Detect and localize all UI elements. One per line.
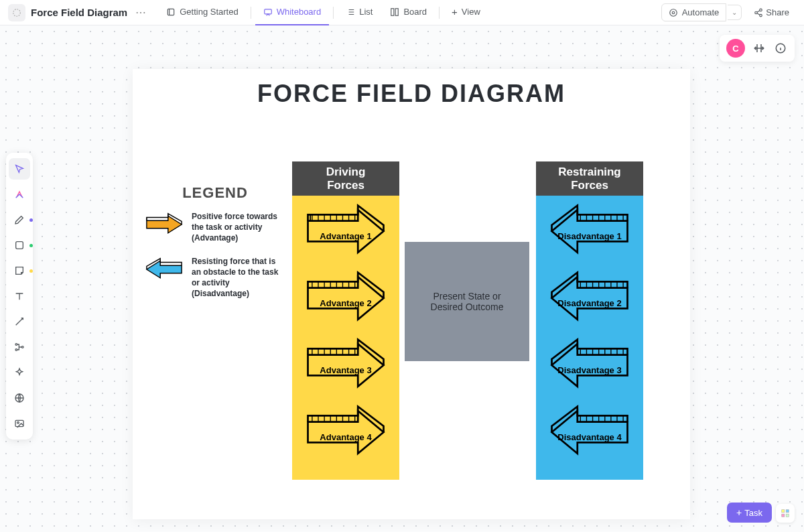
svg-rect-84 xyxy=(782,514,785,517)
canvas[interactable]: C FORCE FIELD DIAGRAM LEGEND Positive fo… xyxy=(0,25,804,532)
svg-point-5 xyxy=(672,11,675,14)
topbar: Force Field Diagram ⋯ Getting Started Wh… xyxy=(0,0,804,25)
svg-point-13 xyxy=(15,349,17,351)
svg-rect-2 xyxy=(264,9,271,13)
tab-label: Getting Started xyxy=(180,7,238,17)
divider xyxy=(333,7,334,19)
tab-whiteboard[interactable]: Whiteboard xyxy=(255,0,329,25)
center-state-box[interactable]: Present State or Desired Outcome xyxy=(405,242,529,361)
svg-point-9 xyxy=(760,14,762,17)
advantage-arrow[interactable]: Advantage 2 xyxy=(302,271,390,326)
share-button[interactable]: Share xyxy=(747,4,796,21)
image-tool[interactable] xyxy=(9,413,30,434)
disadvantage-arrow[interactable]: Disadvantage 4 xyxy=(545,405,634,460)
svg-point-8 xyxy=(755,11,758,14)
legend: LEGEND Positive force towards the task o… xyxy=(145,184,285,311)
arrow-label: Disadvantage 2 xyxy=(557,298,621,308)
disadvantage-arrow[interactable]: Disadvantage 3 xyxy=(545,338,634,393)
diagram-columns: Driving Forces Advantage 1 Advantage 2 A… xyxy=(292,161,643,480)
info-icon[interactable] xyxy=(773,41,788,56)
svg-point-14 xyxy=(21,346,23,348)
fit-width-icon[interactable] xyxy=(752,41,766,56)
tab-label: Whiteboard xyxy=(277,7,321,17)
automate-dropdown[interactable]: ⌄ xyxy=(728,5,742,20)
tab-list[interactable]: List xyxy=(338,0,381,25)
tab-getting-started[interactable]: Getting Started xyxy=(158,0,246,25)
tool-palette xyxy=(6,153,33,440)
legend-negative-text: Resisting force that is an obstacle to t… xyxy=(192,256,285,300)
automate-button[interactable]: Automate xyxy=(661,3,727,21)
arrow-label: Advantage 2 xyxy=(320,298,371,308)
canvas-controls: C xyxy=(720,35,795,62)
diagram-board[interactable]: FORCE FIELD DIAGRAM LEGEND Positive forc… xyxy=(133,69,690,519)
center-column: Present State or Desired Outcome xyxy=(405,161,531,480)
restraining-header: Restraining Forces xyxy=(536,161,643,196)
arrow-left-icon xyxy=(145,256,184,283)
advantage-arrow[interactable]: Advantage 3 xyxy=(302,338,390,393)
divider xyxy=(251,7,251,19)
svg-rect-1 xyxy=(168,9,174,15)
tab-add-view[interactable]: + View xyxy=(444,0,488,25)
arrow-label: Advantage 4 xyxy=(320,432,371,442)
mindmap-tool[interactable] xyxy=(9,336,30,358)
driving-header: Driving Forces xyxy=(292,161,399,196)
nav-tabs: Getting Started Whiteboard List Board + … xyxy=(158,0,488,25)
driving-body: Advantage 1 Advantage 2 Advantage 3 Adva… xyxy=(292,196,399,480)
disadvantage-arrow[interactable]: Disadvantage 2 xyxy=(545,271,634,326)
pen-tool[interactable] xyxy=(9,209,30,230)
svg-point-17 xyxy=(17,421,19,423)
restraining-column: Restraining Forces Disadvantage 1 Disadv… xyxy=(536,161,643,480)
arrow-label: Disadvantage 3 xyxy=(557,365,621,375)
web-tool[interactable] xyxy=(9,387,30,409)
svg-rect-85 xyxy=(786,514,789,517)
arrow-label: Advantage 3 xyxy=(320,365,371,375)
automate-label: Automate xyxy=(682,7,720,17)
driving-column: Driving Forces Advantage 1 Advantage 2 A… xyxy=(292,161,399,480)
share-label: Share xyxy=(766,7,789,17)
svg-rect-11 xyxy=(16,242,23,249)
arrow-label: Advantage 1 xyxy=(320,231,371,241)
tab-label: View xyxy=(462,7,480,17)
user-avatar[interactable]: C xyxy=(726,39,745,58)
svg-point-6 xyxy=(669,9,677,16)
svg-point-12 xyxy=(15,344,17,346)
svg-rect-83 xyxy=(786,510,789,513)
svg-rect-3 xyxy=(391,8,394,15)
svg-rect-82 xyxy=(782,510,785,513)
disadvantage-arrow[interactable]: Disadvantage 1 xyxy=(545,204,634,259)
advantage-arrow[interactable]: Advantage 1 xyxy=(302,204,390,259)
tab-board[interactable]: Board xyxy=(382,0,435,25)
new-task-button[interactable]: + Task xyxy=(727,503,772,523)
legend-positive: Positive force towards the task or activ… xyxy=(145,211,285,244)
diagram-title: FORCE FIELD DIAGRAM xyxy=(133,69,690,108)
restraining-body: Disadvantage 1 Disadvantage 2 Disadvanta… xyxy=(536,196,643,480)
legend-negative: Resisting force that is an obstacle to t… xyxy=(145,256,285,300)
svg-point-7 xyxy=(760,9,762,11)
generate-tool[interactable] xyxy=(9,184,30,205)
arrow-label: Disadvantage 1 xyxy=(557,231,621,241)
svg-point-0 xyxy=(13,9,21,16)
select-tool[interactable] xyxy=(9,158,30,180)
arrow-label: Disadvantage 4 xyxy=(557,432,621,442)
legend-positive-text: Positive force towards the task or activ… xyxy=(192,211,285,244)
arrow-right-icon xyxy=(145,211,184,238)
legend-title: LEGEND xyxy=(145,184,285,202)
shape-tool[interactable] xyxy=(9,235,30,256)
text-tool[interactable] xyxy=(9,285,30,307)
ai-tool[interactable] xyxy=(9,362,30,383)
tab-label: List xyxy=(359,7,373,17)
svg-rect-4 xyxy=(396,8,399,15)
sticky-tool[interactable] xyxy=(9,260,30,281)
task-label: Task xyxy=(744,508,762,518)
apps-button[interactable] xyxy=(776,504,795,523)
divider xyxy=(439,7,440,19)
more-icon[interactable]: ⋯ xyxy=(133,6,149,19)
tab-label: Board xyxy=(403,7,427,17)
doc-title[interactable]: Force Field Diagram xyxy=(31,7,127,18)
advantage-arrow[interactable]: Advantage 4 xyxy=(302,405,390,460)
connector-tool[interactable] xyxy=(9,311,30,332)
doc-icon xyxy=(8,4,25,21)
